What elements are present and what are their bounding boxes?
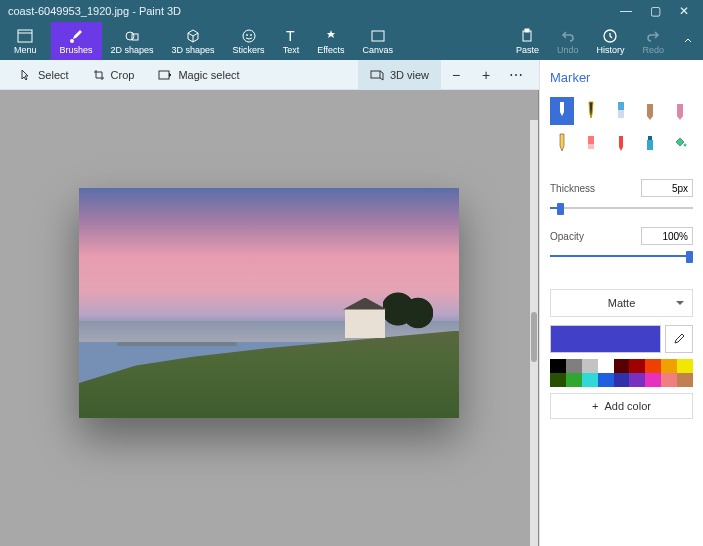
close-button[interactable]: ✕: [679, 4, 689, 18]
current-color[interactable]: [550, 325, 661, 353]
brush-eraser[interactable]: [579, 129, 603, 157]
paste-button[interactable]: Paste: [507, 22, 548, 60]
svg-rect-16: [618, 110, 624, 118]
brushes-label: Brushes: [60, 45, 93, 55]
slider-thumb[interactable]: [686, 251, 693, 263]
undo-icon: [560, 28, 576, 44]
material-select[interactable]: Matte: [550, 289, 693, 317]
color-swatch[interactable]: [566, 359, 582, 373]
undo-label: Undo: [557, 45, 579, 55]
eyedropper-button[interactable]: [665, 325, 693, 353]
2d-shapes-label: 2D shapes: [111, 45, 154, 55]
panel-title: Marker: [550, 70, 693, 85]
slider-thumb[interactable]: [557, 203, 564, 215]
select-tool[interactable]: Select: [8, 60, 81, 89]
color-swatch[interactable]: [614, 359, 630, 373]
brush-calligraphy[interactable]: [579, 97, 603, 125]
color-swatch[interactable]: [550, 373, 566, 387]
color-swatch[interactable]: [677, 373, 693, 387]
opacity-slider[interactable]: [550, 249, 693, 263]
brush-spray[interactable]: [638, 129, 662, 157]
menu-button[interactable]: Menu: [0, 22, 51, 60]
add-color-button[interactable]: + Add color: [550, 393, 693, 419]
history-label: History: [596, 45, 624, 55]
plus-icon: +: [592, 400, 598, 412]
more-button[interactable]: ⋯: [501, 60, 531, 89]
color-swatch[interactable]: [629, 373, 645, 387]
redo-button[interactable]: Redo: [633, 22, 673, 60]
3d-shapes-icon: [185, 28, 201, 44]
opacity-label: Opacity: [550, 231, 584, 242]
chevron-up-icon: [683, 36, 693, 46]
svg-point-2: [70, 39, 74, 43]
zoom-in-button[interactable]: +: [471, 60, 501, 89]
crop-icon: [93, 69, 105, 81]
redo-label: Redo: [642, 45, 664, 55]
brush-pencil[interactable]: [550, 129, 574, 157]
magic-select-icon: [158, 69, 172, 81]
3d-view-label: 3D view: [390, 69, 429, 81]
3d-view-button[interactable]: 3D view: [358, 60, 441, 89]
crop-label: Crop: [111, 69, 135, 81]
canvas-viewport[interactable]: [0, 90, 539, 546]
magic-select-label: Magic select: [178, 69, 239, 81]
color-swatch[interactable]: [614, 373, 630, 387]
color-swatch[interactable]: [582, 373, 598, 387]
paste-label: Paste: [516, 45, 539, 55]
thickness-slider[interactable]: [550, 201, 693, 215]
color-swatch[interactable]: [550, 359, 566, 373]
canvas-image[interactable]: [79, 188, 459, 418]
2d-shapes-tab[interactable]: 2D shapes: [102, 22, 163, 60]
crop-tool[interactable]: Crop: [81, 60, 147, 89]
ribbon: Menu Brushes 2D shapes 3D shapes Sticker…: [0, 22, 703, 60]
brush-fill[interactable]: [668, 129, 692, 157]
menu-label: Menu: [14, 45, 37, 55]
history-button[interactable]: History: [587, 22, 633, 60]
color-swatch[interactable]: [598, 359, 614, 373]
color-swatch[interactable]: [661, 373, 677, 387]
color-swatch[interactable]: [598, 373, 614, 387]
text-label: Text: [283, 45, 300, 55]
svg-point-7: [250, 34, 251, 35]
3d-shapes-label: 3D shapes: [172, 45, 215, 55]
svg-rect-14: [371, 71, 380, 78]
stickers-tab[interactable]: Stickers: [224, 22, 274, 60]
svg-point-5: [243, 30, 255, 42]
expand-ribbon-button[interactable]: [673, 22, 703, 60]
effects-tab[interactable]: Effects: [308, 22, 353, 60]
color-swatch[interactable]: [645, 359, 661, 373]
color-swatch[interactable]: [582, 359, 598, 373]
brush-crayon[interactable]: [609, 129, 633, 157]
thickness-input[interactable]: [641, 179, 693, 197]
canvas-tab[interactable]: Canvas: [354, 22, 403, 60]
brush-watercolor[interactable]: [638, 97, 662, 125]
brush-pixel[interactable]: [668, 97, 692, 125]
maximize-button[interactable]: ▢: [650, 4, 661, 18]
brush-marker[interactable]: [550, 97, 574, 125]
vertical-scrollbar[interactable]: [530, 120, 538, 546]
color-swatch[interactable]: [645, 373, 661, 387]
opacity-input[interactable]: [641, 227, 693, 245]
svg-rect-20: [648, 136, 652, 140]
brushes-tab[interactable]: Brushes: [51, 22, 102, 60]
paste-icon: [519, 28, 535, 44]
color-swatch[interactable]: [629, 359, 645, 373]
text-tab[interactable]: T Text: [274, 22, 309, 60]
svg-point-3: [126, 32, 134, 40]
undo-button[interactable]: Undo: [548, 22, 588, 60]
magic-select-tool[interactable]: Magic select: [146, 60, 251, 89]
scrollbar-thumb[interactable]: [531, 312, 537, 362]
canvas-icon: [370, 28, 386, 44]
svg-text:T: T: [286, 28, 295, 44]
minimize-button[interactable]: —: [620, 4, 632, 18]
3d-shapes-tab[interactable]: 3D shapes: [163, 22, 224, 60]
color-swatch[interactable]: [677, 359, 693, 373]
window-controls: — ▢ ✕: [620, 4, 689, 18]
brush-icon: [68, 28, 84, 44]
zoom-out-button[interactable]: −: [441, 60, 471, 89]
svg-rect-0: [18, 30, 32, 42]
color-swatch[interactable]: [661, 359, 677, 373]
brush-oil[interactable]: [609, 97, 633, 125]
color-swatch[interactable]: [566, 373, 582, 387]
brush-grid: [550, 97, 693, 157]
